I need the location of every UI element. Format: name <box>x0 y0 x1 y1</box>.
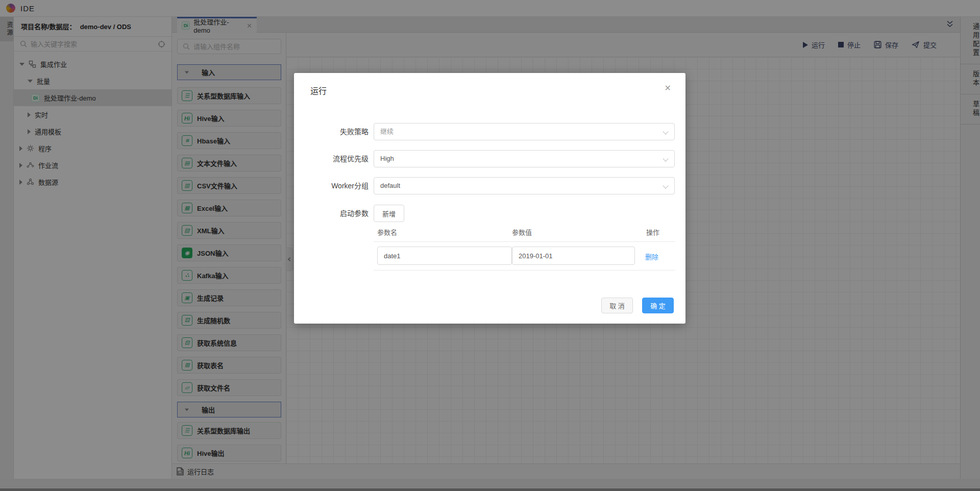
failure-strategy-value: 继续 <box>380 128 394 135</box>
ide-screen: IDE 资源 项目名称/数据层：demo-dev / ODS 集成作业 批量 <box>0 0 980 491</box>
chevron-down-icon <box>663 156 668 161</box>
run-dialog: 运行 ✕ 失败策略 继续 流程优先级 High Worker分组 default… <box>294 73 685 324</box>
chevron-down-icon <box>663 183 668 188</box>
add-param-button[interactable]: 新增 <box>374 205 404 222</box>
dialog-title: 运行 <box>310 84 327 96</box>
param-name-input[interactable] <box>377 247 512 265</box>
field-label-failure-strategy: 失败策略 <box>294 123 369 140</box>
chevron-down-icon <box>663 129 668 134</box>
worker-group-value: default <box>380 182 400 189</box>
priority-select[interactable]: High <box>374 150 675 167</box>
column-header-param-name: 参数名 <box>377 227 397 237</box>
field-label-startup-params: 启动参数 <box>294 205 369 222</box>
param-value-input[interactable] <box>512 247 635 265</box>
table-divider <box>374 270 675 271</box>
field-label-priority: 流程优先级 <box>294 150 369 167</box>
priority-value: High <box>380 155 394 162</box>
ok-button[interactable]: 确 定 <box>642 298 674 313</box>
worker-group-select[interactable]: default <box>374 177 675 194</box>
table-divider <box>374 241 675 242</box>
column-header-actions: 操作 <box>646 227 659 237</box>
cancel-button[interactable]: 取 消 <box>601 298 633 313</box>
failure-strategy-select[interactable]: 继续 <box>374 123 675 140</box>
field-label-worker-group: Worker分组 <box>294 177 369 194</box>
close-icon[interactable]: ✕ <box>665 83 671 93</box>
delete-param-link[interactable]: 删除 <box>645 252 658 261</box>
column-header-param-value: 参数值 <box>512 227 532 237</box>
